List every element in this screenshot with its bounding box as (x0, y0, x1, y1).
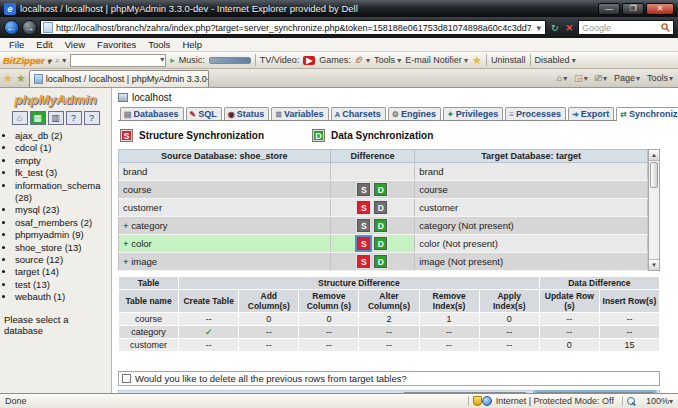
database-item[interactable]: ajax_db (2) (15, 130, 109, 142)
games-icon[interactable]: 🏈︎ (355, 55, 370, 65)
address-input[interactable]: http://localhost/branch/zahra/index.php?… (40, 20, 546, 35)
database-item[interactable]: webauth (1) (15, 291, 109, 303)
tab-label: Processes (516, 109, 561, 119)
mysql-docs-icon[interactable]: ? (84, 111, 100, 125)
database-item[interactable]: cdcol (1) (15, 142, 109, 154)
disabled-menu[interactable]: Disabled (535, 55, 576, 65)
menu-favorites[interactable]: Favorites (92, 39, 141, 50)
summary-cell: 0 (480, 313, 539, 325)
maximize-button[interactable]: ❐ (622, 3, 644, 15)
structure-sync-button[interactable]: S (357, 219, 370, 232)
uninstall-button[interactable]: Uninstall (491, 55, 526, 65)
menu-view[interactable]: View (60, 39, 90, 50)
data-sync-button[interactable]: D (374, 255, 387, 268)
tab-variables[interactable]: ≣Variables (271, 107, 328, 120)
tab-privileges[interactable]: ✦Privileges (443, 107, 503, 120)
search-input[interactable]: Google (578, 20, 674, 35)
back-button[interactable]: ← (4, 20, 19, 35)
toolbar-tools-menu[interactable]: Tools (374, 55, 401, 65)
volume-slider[interactable] (209, 57, 251, 64)
apply-selected-changes-button[interactable]: Apply Selected Changes (403, 392, 527, 393)
tab-export[interactable]: ➜Export (568, 107, 614, 120)
email-notifier-menu[interactable]: E-mail Notifier (405, 55, 468, 65)
address-dropdown-icon[interactable]: ▾ (534, 23, 543, 33)
favorites-star-icon[interactable]: ★ (3, 72, 13, 85)
summary-cell: 0 (299, 313, 358, 325)
logout-icon[interactable]: ▥ (48, 111, 64, 125)
data-sync-button[interactable]: D (374, 237, 387, 250)
tools-menu[interactable]: Tools (645, 73, 675, 83)
youtube-icon[interactable]: ▶ (303, 56, 315, 65)
close-button[interactable]: ✕ (646, 3, 674, 15)
refresh-button[interactable]: ↻ (549, 23, 561, 33)
browser-window: e localhost / localhost | phpMyAdmin 3.3… (0, 0, 678, 408)
tab-processes[interactable]: ≡Processes (505, 107, 566, 120)
menu-file[interactable]: File (4, 39, 29, 50)
database-item[interactable]: source (12) (15, 254, 109, 266)
data-sync-button[interactable]: D (374, 183, 387, 196)
browser-tab[interactable]: localhost / localhost | phpMyAdmin 3.3.0… (29, 70, 209, 87)
database-item[interactable]: phpmyadmin (9) (15, 229, 109, 241)
print-button[interactable]: ⎚ (593, 73, 609, 84)
zoom-level[interactable]: 100% (646, 396, 669, 406)
tv-video-label: TV/Video: (260, 55, 299, 65)
structure-sync-button[interactable]: S (357, 255, 370, 268)
target-table-cell: customer (415, 199, 648, 217)
scrollbar-thumb[interactable] (650, 162, 658, 188)
data-sync-button[interactable]: D (374, 201, 387, 214)
delete-rows-checkbox[interactable] (122, 374, 131, 383)
stop-button[interactable]: ✕ (563, 23, 575, 33)
summary-table: TableStructure DifferenceData Difference… (118, 276, 660, 352)
diff-header-row: Source Database: shoe_store Difference T… (119, 150, 648, 163)
scroll-up-icon[interactable]: ▲ (649, 150, 659, 161)
database-item[interactable]: fk_test (3) (15, 167, 109, 179)
minimize-button[interactable]: — (598, 3, 620, 15)
tab-engines[interactable]: ⚙Engines (388, 107, 441, 120)
page-menu[interactable]: Page (612, 73, 642, 83)
synchronize-databases-button[interactable]: Synchronize Databases (535, 392, 655, 393)
database-item[interactable]: osaf_members (2) (15, 217, 109, 229)
structure-sync-button[interactable]: S (357, 183, 370, 196)
toolbar-search-icon[interactable]: ⌕ (55, 55, 66, 66)
summary-cell: -- (600, 313, 659, 325)
home-icon[interactable]: ⌂ (12, 111, 28, 125)
source-table-cell: customer (119, 199, 331, 217)
structure-sync-button[interactable]: S (357, 237, 370, 250)
tab-databases[interactable]: ▤Databases (120, 107, 184, 120)
music-label: Music: (179, 55, 205, 65)
database-item[interactable]: empty (15, 155, 109, 167)
database-item[interactable]: test (13) (15, 279, 109, 291)
database-list: ajax_db (2)cdcol (1)emptyfk_test (3)info… (2, 130, 109, 304)
database-item[interactable]: shoe_store (13) (15, 242, 109, 254)
target-table-cell: brand (415, 163, 648, 181)
home-button[interactable]: ⌂ (555, 73, 569, 83)
zoom-dropdown-icon[interactable] (669, 396, 673, 406)
tab-status[interactable]: ◉Status (224, 107, 270, 120)
structure-sync-button[interactable]: S (357, 201, 370, 214)
search-icon[interactable] (661, 23, 670, 32)
database-item[interactable]: mysql (23) (15, 204, 109, 216)
query-window-icon[interactable]: ▦ (30, 111, 46, 125)
database-item[interactable]: target (14) (15, 266, 109, 278)
tab-charsets[interactable]: ACharsets (331, 107, 386, 120)
play-icon[interactable]: ▸ (170, 55, 175, 65)
vertical-scrollbar[interactable]: ▲ ▼ (648, 149, 660, 271)
bitzipper-menu[interactable]: BitZipper (3, 55, 51, 66)
forward-button[interactable]: → (22, 20, 37, 35)
data-sync-button[interactable]: D (374, 219, 387, 232)
tab-label: Status (237, 109, 265, 119)
tab-sql[interactable]: ✎SQL (186, 107, 222, 120)
summary-cell: -- (359, 326, 418, 338)
breadcrumb-server[interactable]: localhost (132, 92, 171, 103)
feeds-button[interactable]: ◲ (572, 73, 590, 83)
add-favorite-icon[interactable]: ★ (16, 72, 26, 85)
menu-help[interactable]: Help (177, 39, 207, 50)
scroll-down-icon[interactable]: ▼ (649, 259, 659, 270)
pma-docs-icon[interactable]: ? (66, 111, 82, 125)
menu-tools[interactable]: Tools (143, 39, 175, 50)
menu-edit[interactable]: Edit (31, 39, 57, 50)
toolbar-combobox[interactable] (70, 54, 166, 67)
export-icon: ➜ (572, 110, 579, 119)
database-item[interactable]: information_schema (28) (15, 180, 109, 205)
tab-synchronize[interactable]: ⇄Synchronize (616, 107, 678, 121)
